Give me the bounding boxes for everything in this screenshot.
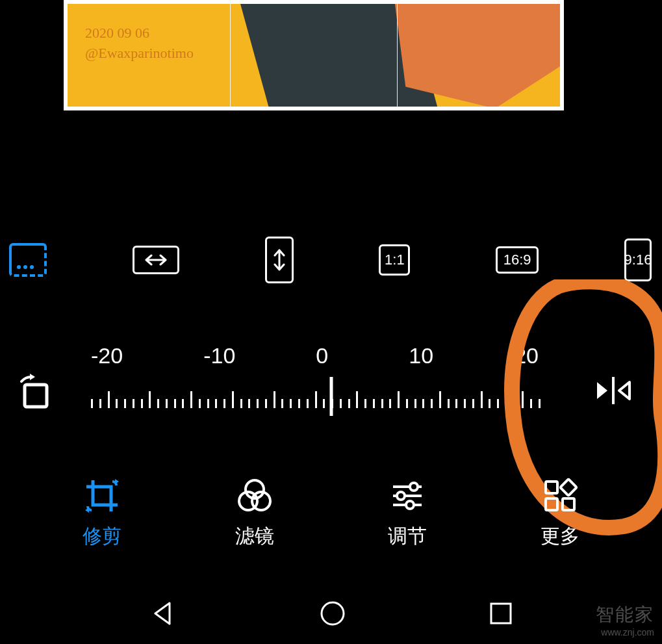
svg-point-9 bbox=[410, 483, 418, 491]
slider-label: 10 bbox=[409, 343, 433, 368]
filter-icon bbox=[236, 478, 273, 514]
svg-point-11 bbox=[397, 492, 405, 500]
rotation-slider-section: -20 -10 0 10 20 bbox=[0, 338, 662, 422]
slider-label: 0 bbox=[316, 343, 328, 368]
tab-crop[interactable]: 修剪 bbox=[83, 478, 121, 550]
tab-more[interactable]: 更多 bbox=[541, 478, 579, 550]
rotate-icon bbox=[12, 372, 51, 411]
svg-point-18 bbox=[322, 602, 344, 625]
crop-handle-bottom[interactable] bbox=[301, 107, 327, 110]
svg-marker-0 bbox=[30, 374, 35, 380]
aspect-1-1-button[interactable]: 1:1 bbox=[379, 244, 410, 276]
aspect-9-16-button[interactable]: 9:16 bbox=[624, 238, 652, 281]
svg-rect-15 bbox=[546, 498, 557, 510]
svg-rect-14 bbox=[546, 482, 557, 493]
svg-rect-16 bbox=[563, 498, 574, 510]
svg-point-13 bbox=[406, 501, 414, 509]
android-navbar bbox=[0, 586, 662, 644]
tab-adjust-label: 调节 bbox=[388, 523, 427, 550]
aspect-free-button[interactable] bbox=[9, 243, 47, 277]
recent-square-icon bbox=[488, 600, 514, 626]
nav-back-button[interactable] bbox=[149, 599, 177, 630]
tab-adjust[interactable]: 调节 bbox=[388, 478, 427, 550]
rotate-button[interactable] bbox=[12, 372, 51, 413]
tab-filter[interactable]: 滤镜 bbox=[235, 478, 274, 550]
tab-crop-label: 修剪 bbox=[83, 523, 121, 550]
image-preview[interactable]: 2020 09 06 @Ewaxparinotimo bbox=[64, 0, 564, 110]
aspect-ratio-row: 1:1 16:9 9:16 bbox=[0, 234, 662, 286]
nav-recent-button[interactable] bbox=[488, 600, 514, 629]
aspect-vertical-button[interactable] bbox=[265, 237, 294, 283]
adjust-icon bbox=[389, 478, 426, 514]
svg-rect-17 bbox=[560, 479, 576, 495]
preview-content: 2020 09 06 @Ewaxparinotimo bbox=[66, 0, 562, 109]
tab-filter-label: 滤镜 bbox=[235, 523, 274, 550]
slider-labels: -20 -10 0 10 20 bbox=[91, 343, 539, 368]
arrow-vertical-icon bbox=[273, 249, 286, 271]
mirror-button[interactable] bbox=[591, 374, 636, 409]
preview-signature: @Ewaxparinotimo bbox=[85, 44, 194, 64]
svg-rect-19 bbox=[491, 604, 511, 623]
bottom-tabs: 修剪 滤镜 调节 更多 bbox=[0, 474, 662, 552]
aspect-horizontal-button[interactable] bbox=[133, 246, 179, 274]
slider-ticks[interactable] bbox=[91, 390, 539, 408]
svg-rect-1 bbox=[25, 385, 47, 407]
more-icon bbox=[542, 478, 578, 514]
aspect-16-9-button[interactable]: 16:9 bbox=[496, 246, 539, 274]
slider-label: -10 bbox=[203, 343, 235, 368]
slider-label: 20 bbox=[514, 343, 539, 368]
arrow-horizontal-icon bbox=[145, 253, 167, 266]
back-triangle-icon bbox=[149, 599, 177, 628]
home-circle-icon bbox=[318, 599, 347, 628]
tab-more-label: 更多 bbox=[541, 523, 579, 550]
slider-indicator[interactable] bbox=[329, 377, 333, 416]
mirror-icon bbox=[591, 374, 636, 407]
crop-icon bbox=[84, 478, 120, 514]
slider-label: -20 bbox=[91, 343, 123, 368]
nav-home-button[interactable] bbox=[318, 599, 347, 630]
preview-date: 2020 09 06 bbox=[85, 23, 194, 44]
